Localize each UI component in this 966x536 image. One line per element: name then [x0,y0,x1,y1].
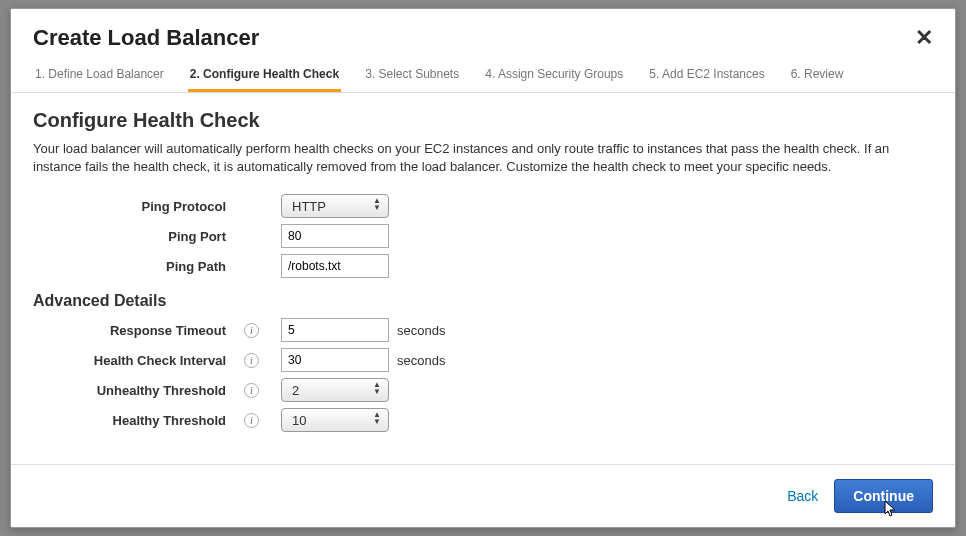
modal-title: Create Load Balancer [33,25,259,51]
step-configure-health-check[interactable]: 2. Configure Health Check [188,61,341,92]
section-title: Configure Health Check [33,109,933,132]
wizard-steps: 1. Define Load Balancer 2. Configure Hea… [11,61,955,93]
label-ping-port: Ping Port [33,229,238,244]
row-health-check-interval: Health Check Interval i seconds [33,348,933,372]
step-add-ec2-instances[interactable]: 5. Add EC2 Instances [647,61,766,92]
row-ping-protocol: Ping Protocol HTTP ▲▼ [33,194,933,218]
label-unhealthy-threshold: Unhealthy Threshold [33,383,238,398]
label-ping-protocol: Ping Protocol [33,199,238,214]
section-description: Your load balancer will automatically pe… [33,140,933,176]
step-select-subnets[interactable]: 3. Select Subnets [363,61,461,92]
step-define-load-balancer[interactable]: 1. Define Load Balancer [33,61,166,92]
unhealthy-threshold-select[interactable]: 2 ▲▼ [281,378,389,402]
back-button[interactable]: Back [783,482,822,510]
ping-path-input[interactable] [281,254,389,278]
create-load-balancer-modal: Create Load Balancer ✕ 1. Define Load Ba… [10,8,956,528]
response-timeout-input[interactable] [281,318,389,342]
modal-footer: Back Continue [11,464,955,527]
continue-button-label: Continue [853,488,914,504]
advanced-details-heading: Advanced Details [33,292,933,310]
info-icon[interactable]: i [244,413,259,428]
info-icon[interactable]: i [244,353,259,368]
healthy-threshold-value: 10 [292,413,306,428]
row-response-timeout: Response Timeout i seconds [33,318,933,342]
chevron-updown-icon: ▲▼ [370,197,384,211]
close-icon[interactable]: ✕ [915,27,933,49]
health-check-interval-unit: seconds [397,353,445,368]
row-unhealthy-threshold: Unhealthy Threshold i 2 ▲▼ [33,378,933,402]
label-healthy-threshold: Healthy Threshold [33,413,238,428]
step-review[interactable]: 6. Review [789,61,846,92]
healthy-threshold-select[interactable]: 10 ▲▼ [281,408,389,432]
row-ping-path: Ping Path [33,254,933,278]
step-assign-security-groups[interactable]: 4. Assign Security Groups [483,61,625,92]
chevron-updown-icon: ▲▼ [370,411,384,425]
row-healthy-threshold: Healthy Threshold i 10 ▲▼ [33,408,933,432]
continue-button[interactable]: Continue [834,479,933,513]
row-ping-port: Ping Port [33,224,933,248]
ping-protocol-select[interactable]: HTTP ▲▼ [281,194,389,218]
label-health-check-interval: Health Check Interval [33,353,238,368]
modal-content: Configure Health Check Your load balance… [11,93,955,464]
info-icon[interactable]: i [244,383,259,398]
ping-port-input[interactable] [281,224,389,248]
ping-protocol-value: HTTP [292,199,326,214]
unhealthy-threshold-value: 2 [292,383,299,398]
response-timeout-unit: seconds [397,323,445,338]
label-ping-path: Ping Path [33,259,238,274]
chevron-updown-icon: ▲▼ [370,381,384,395]
label-response-timeout: Response Timeout [33,323,238,338]
info-icon[interactable]: i [244,323,259,338]
health-check-interval-input[interactable] [281,348,389,372]
modal-header: Create Load Balancer ✕ [11,9,955,61]
